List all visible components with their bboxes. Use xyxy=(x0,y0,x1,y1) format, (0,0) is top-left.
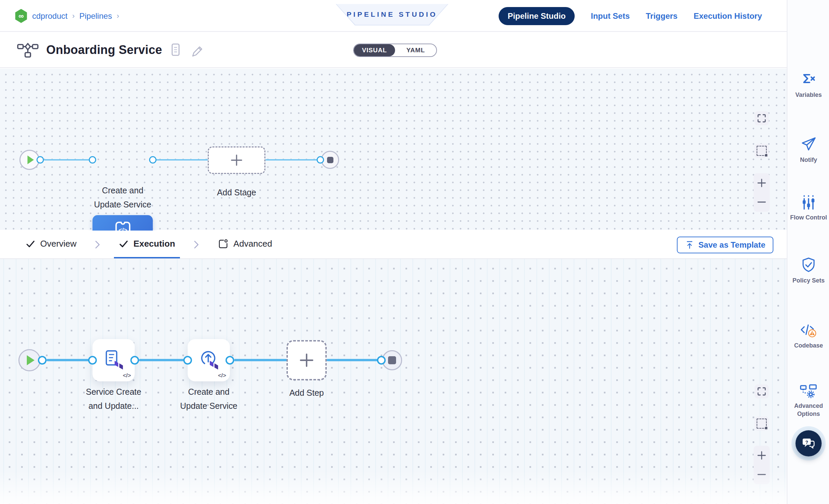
chevron-right-icon xyxy=(193,230,200,258)
pipeline-studio-app: ∞ cdproduct › Pipelines › PIPELINE STUDI… xyxy=(0,0,829,504)
rail-item-flow-control[interactable]: Flow Control xyxy=(788,194,829,221)
plus-icon xyxy=(298,352,315,369)
pipeline-graph-icon xyxy=(17,42,39,58)
harness-module-icon[interactable]: ∞ xyxy=(15,9,28,23)
zoom-controls xyxy=(754,446,770,484)
rail-item-codebase[interactable]: Codebase xyxy=(788,322,829,350)
marquee-select-icon xyxy=(757,146,767,156)
pipeline-studio-banner-label: PIPELINE STUDIO xyxy=(347,10,438,19)
advanced-options-icon xyxy=(799,383,818,399)
help-chat-button[interactable]: ? xyxy=(795,430,822,457)
multi-select-button[interactable] xyxy=(755,417,769,431)
top-nav-tabs: Pipeline Studio Input Sets Triggers Exec… xyxy=(499,0,762,32)
step-node-create-update-service[interactable]: </> xyxy=(188,339,230,381)
edge xyxy=(234,359,287,361)
tab-triggers[interactable]: Triggers xyxy=(646,11,678,21)
steps-start-node[interactable] xyxy=(19,349,41,371)
connector-port[interactable] xyxy=(377,356,386,365)
tab-input-sets[interactable]: Input Sets xyxy=(591,11,629,21)
edge xyxy=(327,359,377,361)
variables-sigma-icon xyxy=(800,72,817,88)
edge xyxy=(139,359,184,361)
stop-icon xyxy=(327,157,333,163)
connector-port[interactable] xyxy=(149,156,156,164)
zoom-in-button[interactable] xyxy=(757,178,767,188)
add-step-label: Add Step xyxy=(256,386,357,400)
execution-step-canvas[interactable]: </> Service Create and Update... </> xyxy=(0,259,787,504)
stage-config-tabs: Overview Execution Advanced xyxy=(0,230,787,259)
terraform-apply-step-icon xyxy=(197,349,220,372)
connector-port[interactable] xyxy=(183,356,192,365)
zoom-in-button[interactable] xyxy=(757,451,767,461)
chat-question-icon: ? xyxy=(801,436,816,451)
pipeline-toolbar: Onboarding Service VISUAL YAML Save xyxy=(0,33,787,68)
zoom-out-button[interactable] xyxy=(757,197,767,207)
zoom-controls xyxy=(754,173,770,212)
play-icon xyxy=(27,355,35,365)
add-stage-button[interactable] xyxy=(208,146,265,174)
fullscreen-icon xyxy=(757,114,766,123)
fullscreen-icon xyxy=(757,387,766,396)
rail-item-notify[interactable]: Notify xyxy=(788,135,829,164)
fit-to-screen-button[interactable] xyxy=(755,111,769,125)
codebase-warning-icon xyxy=(799,322,818,338)
play-icon xyxy=(28,155,34,164)
connector-port[interactable] xyxy=(88,356,97,365)
tab-advanced[interactable]: Advanced xyxy=(213,230,277,258)
visual-yaml-toggle: VISUAL YAML xyxy=(353,43,437,57)
connector-port[interactable] xyxy=(38,356,46,365)
check-icon xyxy=(119,239,129,249)
connector-port[interactable] xyxy=(89,156,96,164)
fit-to-screen-button[interactable] xyxy=(755,384,769,398)
toggle-yaml[interactable]: YAML xyxy=(395,44,436,56)
breadcrumb: ∞ cdproduct › Pipelines › xyxy=(15,0,119,32)
terraform-plan-step-icon xyxy=(102,349,125,372)
right-toolbar-rail: Variables Notify Flow Control xyxy=(787,0,829,504)
plus-icon xyxy=(229,153,244,167)
connector-port[interactable] xyxy=(130,356,139,365)
add-step-button[interactable] xyxy=(287,340,327,380)
step-node-service-create-update[interactable]: </> xyxy=(93,339,135,381)
check-icon xyxy=(26,239,36,249)
top-header: ∞ cdproduct › Pipelines › PIPELINE STUDI… xyxy=(0,0,787,32)
breadcrumb-project-link[interactable]: cdproduct xyxy=(32,11,67,21)
add-stage-label: Add Stage xyxy=(186,185,287,200)
tab-overview[interactable]: Overview xyxy=(21,230,81,258)
breadcrumb-separator: › xyxy=(117,12,119,21)
flow-control-sliders-icon xyxy=(800,194,817,210)
tab-execution-history[interactable]: Execution History xyxy=(694,11,762,21)
stage-label: Create and Update Service xyxy=(72,183,173,211)
edge xyxy=(44,159,89,160)
zoom-out-button[interactable] xyxy=(757,469,767,479)
svg-text:?: ? xyxy=(805,440,808,445)
chevron-right-icon xyxy=(94,230,101,258)
pipeline-studio-banner: PIPELINE STUDIO xyxy=(336,4,448,26)
toggle-visual[interactable]: VISUAL xyxy=(354,44,395,56)
main-column: ∞ cdproduct › Pipelines › PIPELINE STUDI… xyxy=(0,0,787,504)
stop-icon xyxy=(388,356,396,364)
notify-send-icon xyxy=(800,135,817,153)
connector-port[interactable] xyxy=(225,356,234,365)
edit-pencil-icon[interactable] xyxy=(189,42,203,57)
edge xyxy=(46,359,89,361)
marquee-select-icon xyxy=(757,419,767,429)
breadcrumb-pipelines-link[interactable]: Pipelines xyxy=(79,11,112,21)
edge xyxy=(156,159,208,160)
upload-icon xyxy=(685,240,694,250)
rail-item-advanced-options[interactable]: Advanced Options xyxy=(788,383,829,418)
tab-pipeline-studio[interactable]: Pipeline Studio xyxy=(499,7,575,25)
advanced-gear-doc-icon xyxy=(217,238,229,250)
breadcrumb-separator: › xyxy=(72,12,74,21)
multi-select-button[interactable] xyxy=(755,144,769,158)
policy-shield-check-icon xyxy=(800,257,817,274)
readme-doc-icon[interactable] xyxy=(170,42,182,57)
rail-item-policy-sets[interactable]: Policy Sets xyxy=(788,257,829,285)
connector-port[interactable] xyxy=(317,156,324,164)
save-as-template-button[interactable]: Save as Template xyxy=(677,237,773,253)
tab-execution[interactable]: Execution xyxy=(114,230,180,258)
step-code-badge: </> xyxy=(123,372,131,379)
edge xyxy=(265,159,317,160)
connector-port[interactable] xyxy=(37,156,44,164)
rail-item-variables[interactable]: Variables xyxy=(788,72,829,99)
stage-canvas[interactable]: </> </> Create and Update Service Add St… xyxy=(0,69,787,230)
